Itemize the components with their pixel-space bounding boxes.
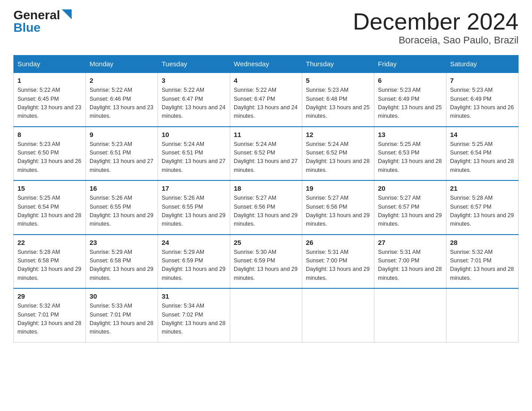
day-info: Sunrise: 5:27 AMSunset: 6:56 PMDaylight:… [306, 194, 370, 229]
day-info: Sunrise: 5:33 AMSunset: 7:01 PMDaylight:… [90, 302, 154, 337]
day-number: 10 [162, 131, 226, 138]
calendar-table: SundayMondayTuesdayWednesdayThursdayFrid… [13, 55, 519, 342]
day-info: Sunrise: 5:31 AMSunset: 7:00 PMDaylight:… [378, 248, 442, 283]
calendar-cell: 20Sunrise: 5:27 AMSunset: 6:57 PMDayligh… [374, 180, 446, 235]
calendar-cell: 13Sunrise: 5:25 AMSunset: 6:53 PMDayligh… [374, 127, 446, 181]
day-info: Sunrise: 5:28 AMSunset: 6:58 PMDaylight:… [17, 248, 82, 283]
day-number: 18 [234, 184, 298, 192]
calendar-cell: 29Sunrise: 5:32 AMSunset: 7:01 PMDayligh… [14, 288, 86, 342]
day-number: 5 [306, 77, 370, 84]
day-info: Sunrise: 5:24 AMSunset: 6:51 PMDaylight:… [162, 140, 226, 175]
day-info: Sunrise: 5:23 AMSunset: 6:49 PMDaylight:… [450, 86, 515, 121]
day-info: Sunrise: 5:23 AMSunset: 6:48 PMDaylight:… [306, 86, 370, 121]
day-number: 14 [450, 131, 515, 138]
header-saturday: Saturday [446, 56, 519, 73]
day-number: 24 [162, 239, 226, 246]
day-info: Sunrise: 5:25 AMSunset: 6:53 PMDaylight:… [378, 140, 442, 175]
day-number: 22 [17, 239, 82, 246]
day-number: 28 [450, 239, 515, 246]
calendar-cell: 11Sunrise: 5:24 AMSunset: 6:52 PMDayligh… [230, 127, 302, 181]
day-number: 13 [378, 131, 442, 138]
day-number: 2 [90, 77, 154, 84]
day-info: Sunrise: 5:26 AMSunset: 6:55 PMDaylight:… [90, 194, 154, 229]
day-info: Sunrise: 5:29 AMSunset: 6:59 PMDaylight:… [162, 248, 226, 283]
calendar-cell: 2Sunrise: 5:22 AMSunset: 6:46 PMDaylight… [86, 73, 158, 127]
day-number: 26 [306, 239, 370, 246]
calendar-cell: 16Sunrise: 5:26 AMSunset: 6:55 PMDayligh… [86, 180, 158, 235]
day-number: 12 [306, 131, 370, 138]
calendar-body: 1Sunrise: 5:22 AMSunset: 6:45 PMDaylight… [14, 73, 519, 342]
day-info: Sunrise: 5:25 AMSunset: 6:54 PMDaylight:… [17, 194, 82, 229]
calendar-title: December 2024 [353, 9, 519, 34]
day-number: 30 [90, 292, 154, 300]
calendar-cell: 19Sunrise: 5:27 AMSunset: 6:56 PMDayligh… [302, 180, 374, 235]
day-info: Sunrise: 5:27 AMSunset: 6:56 PMDaylight:… [234, 194, 298, 229]
week-row-4: 22Sunrise: 5:28 AMSunset: 6:58 PMDayligh… [14, 235, 519, 289]
day-info: Sunrise: 5:31 AMSunset: 7:00 PMDaylight:… [306, 248, 370, 283]
calendar-cell: 14Sunrise: 5:25 AMSunset: 6:54 PMDayligh… [446, 127, 519, 181]
day-info: Sunrise: 5:22 AMSunset: 6:46 PMDaylight:… [90, 86, 154, 121]
calendar-cell [230, 288, 302, 342]
calendar-cell [446, 288, 519, 342]
day-number: 27 [378, 239, 442, 246]
day-number: 9 [90, 131, 154, 138]
calendar-cell: 3Sunrise: 5:22 AMSunset: 6:47 PMDaylight… [158, 73, 230, 127]
day-number: 25 [234, 239, 298, 246]
calendar-cell: 31Sunrise: 5:34 AMSunset: 7:02 PMDayligh… [158, 288, 230, 342]
day-number: 21 [450, 184, 515, 192]
day-info: Sunrise: 5:23 AMSunset: 6:49 PMDaylight:… [378, 86, 442, 121]
calendar-cell: 24Sunrise: 5:29 AMSunset: 6:59 PMDayligh… [158, 235, 230, 289]
day-info: Sunrise: 5:24 AMSunset: 6:52 PMDaylight:… [306, 140, 370, 175]
calendar-cell: 8Sunrise: 5:23 AMSunset: 6:50 PMDaylight… [14, 127, 86, 181]
logo-general-text: General [13, 9, 60, 21]
header-friday: Friday [374, 56, 446, 73]
header-sunday: Sunday [14, 56, 86, 73]
calendar-cell: 10Sunrise: 5:24 AMSunset: 6:51 PMDayligh… [158, 127, 230, 181]
header-row: SundayMondayTuesdayWednesdayThursdayFrid… [14, 56, 519, 73]
calendar-subtitle: Boraceia, Sao Paulo, Brazil [353, 34, 519, 46]
calendar-cell: 21Sunrise: 5:28 AMSunset: 6:57 PMDayligh… [446, 180, 519, 235]
day-info: Sunrise: 5:24 AMSunset: 6:52 PMDaylight:… [234, 140, 298, 175]
day-info: Sunrise: 5:22 AMSunset: 6:45 PMDaylight:… [17, 86, 82, 121]
day-number: 15 [17, 184, 82, 192]
day-number: 7 [450, 77, 515, 84]
day-info: Sunrise: 5:23 AMSunset: 6:51 PMDaylight:… [90, 140, 154, 175]
day-info: Sunrise: 5:26 AMSunset: 6:55 PMDaylight:… [162, 194, 226, 229]
calendar-cell [302, 288, 374, 342]
header-tuesday: Tuesday [158, 56, 230, 73]
week-row-5: 29Sunrise: 5:32 AMSunset: 7:01 PMDayligh… [14, 288, 519, 342]
day-info: Sunrise: 5:28 AMSunset: 6:57 PMDaylight:… [450, 194, 515, 229]
calendar-cell: 9Sunrise: 5:23 AMSunset: 6:51 PMDaylight… [86, 127, 158, 181]
calendar-cell: 12Sunrise: 5:24 AMSunset: 6:52 PMDayligh… [302, 127, 374, 181]
day-number: 6 [378, 77, 442, 84]
day-info: Sunrise: 5:22 AMSunset: 6:47 PMDaylight:… [162, 86, 226, 121]
day-info: Sunrise: 5:23 AMSunset: 6:50 PMDaylight:… [17, 140, 82, 175]
calendar-header: SundayMondayTuesdayWednesdayThursdayFrid… [14, 56, 519, 73]
day-number: 31 [162, 292, 226, 300]
day-number: 23 [90, 239, 154, 246]
day-info: Sunrise: 5:32 AMSunset: 7:01 PMDaylight:… [450, 248, 515, 283]
calendar-cell: 23Sunrise: 5:29 AMSunset: 6:58 PMDayligh… [86, 235, 158, 289]
header-monday: Monday [86, 56, 158, 73]
calendar-cell: 7Sunrise: 5:23 AMSunset: 6:49 PMDaylight… [446, 73, 519, 127]
week-row-1: 1Sunrise: 5:22 AMSunset: 6:45 PMDaylight… [14, 73, 519, 127]
calendar-cell: 15Sunrise: 5:25 AMSunset: 6:54 PMDayligh… [14, 180, 86, 235]
week-row-3: 15Sunrise: 5:25 AMSunset: 6:54 PMDayligh… [14, 180, 519, 235]
day-number: 11 [234, 131, 298, 138]
day-number: 20 [378, 184, 442, 192]
day-number: 8 [17, 131, 82, 138]
calendar-cell: 4Sunrise: 5:22 AMSunset: 6:47 PMDaylight… [230, 73, 302, 127]
calendar-cell: 6Sunrise: 5:23 AMSunset: 6:49 PMDaylight… [374, 73, 446, 127]
calendar-cell: 18Sunrise: 5:27 AMSunset: 6:56 PMDayligh… [230, 180, 302, 235]
calendar-cell: 5Sunrise: 5:23 AMSunset: 6:48 PMDaylight… [302, 73, 374, 127]
svg-marker-0 [62, 9, 72, 19]
calendar-cell: 1Sunrise: 5:22 AMSunset: 6:45 PMDaylight… [14, 73, 86, 127]
day-info: Sunrise: 5:32 AMSunset: 7:01 PMDaylight:… [17, 302, 82, 337]
calendar-cell: 25Sunrise: 5:30 AMSunset: 6:59 PMDayligh… [230, 235, 302, 289]
day-info: Sunrise: 5:27 AMSunset: 6:57 PMDaylight:… [378, 194, 442, 229]
logo-arrow-icon [62, 9, 72, 19]
calendar-cell: 26Sunrise: 5:31 AMSunset: 7:00 PMDayligh… [302, 235, 374, 289]
title-block: December 2024 Boraceia, Sao Paulo, Brazi… [353, 9, 519, 46]
day-info: Sunrise: 5:25 AMSunset: 6:54 PMDaylight:… [450, 140, 515, 175]
week-row-2: 8Sunrise: 5:23 AMSunset: 6:50 PMDaylight… [14, 127, 519, 181]
